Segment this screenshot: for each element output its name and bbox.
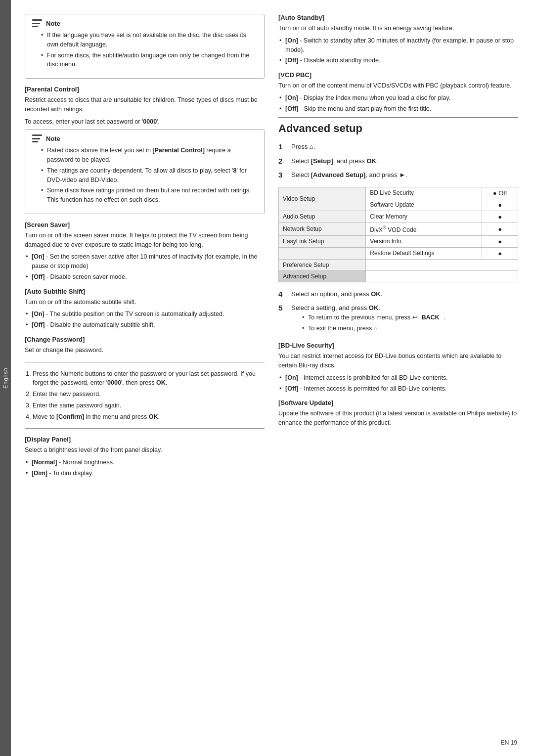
left-column: Note If the language you have set is not… — [25, 14, 265, 742]
step-item: 4 Select an option, and press OK. — [278, 289, 518, 300]
table-dot-cell: ● Off — [482, 187, 518, 199]
language-label: English — [2, 367, 8, 389]
step-item: 1 Press ⌂. — [278, 142, 518, 153]
vcd-pbc-body: Turn on or off the content menu of VCDs/… — [278, 81, 518, 90]
auto-subtitle-bullets: [On] - The subtitle position on the TV s… — [25, 310, 265, 330]
step-item: Enter the same password again. — [33, 401, 265, 410]
table-row: Preference Setup — [279, 259, 518, 270]
auto-standby-bullets: [On] - Switch to standby after 30 minute… — [278, 36, 518, 65]
bd-live-bullets: [On] - Internet access is prohibited for… — [278, 373, 518, 394]
note-title-2: Note — [46, 135, 60, 142]
table-left-cell-active: Advanced Setup — [279, 270, 366, 282]
screen-saver-heading: [Screen Saver] — [25, 221, 265, 228]
bullet-item: [Off] - Disable auto standby mode. — [278, 56, 518, 65]
note-item: Some discs have ratings printed on them … — [40, 186, 257, 205]
bullet-item: [On] - Internet access is prohibited for… — [278, 373, 518, 383]
auto-subtitle-heading: [Auto Subtitle Shift] — [25, 288, 265, 295]
parental-control-heading: [Parental Control] — [25, 86, 265, 93]
table-row: Restore Default Settings ● — [279, 247, 518, 259]
note-box-2: Note Rated discs above the level you set… — [25, 129, 265, 214]
step-item: Press the Numeric buttons to enter the p… — [33, 369, 265, 388]
note-box-1: Note If the language you have set is not… — [25, 14, 265, 79]
divider-2 — [25, 428, 265, 429]
bullet-item: [Off] - Skip the menu and start play fro… — [278, 104, 518, 114]
step-item: 5 Select a setting, and press OK. To ret… — [278, 303, 518, 336]
table-dot-cell: ● — [482, 247, 518, 259]
software-update-heading: [Software Update] — [278, 399, 518, 406]
advanced-steps-1-3: 1 Press ⌂. 2 Select [Setup], and press O… — [278, 142, 518, 181]
note-header-1: Note — [32, 19, 257, 27]
bullet-item: [On] - Display the index menu when you l… — [278, 93, 518, 103]
parental-control-body2: To access, enter your last set password … — [25, 117, 265, 127]
step5-sub-bullets: To return to the previous menu, press ↩ … — [291, 313, 518, 333]
note-title-1: Note — [46, 20, 60, 27]
note-item: Rated discs above the level you set in [… — [40, 146, 257, 165]
table-row: EasyLink Setup Version Info. ● — [279, 235, 518, 247]
page-number: EN 19 — [501, 739, 517, 746]
display-panel-body: Select a brightness level of the front p… — [25, 445, 265, 455]
vcd-pbc-bullets: [On] - Display the index menu when you l… — [278, 93, 518, 114]
bd-live-heading: [BD-Live Security] — [278, 342, 518, 349]
note-list-2: Rated discs above the level you set in [… — [32, 146, 257, 205]
side-label: English — [0, 0, 11, 756]
table-left-cell: Preference Setup — [279, 259, 366, 270]
auto-standby-heading: [Auto Standby] — [278, 14, 518, 21]
bullet-item: [On] - The subtitle position on the TV s… — [25, 310, 265, 319]
table-row: Video Setup BD Live Security ● Off — [279, 187, 518, 199]
bullet-item: [Off] - Internet access is permitted for… — [278, 384, 518, 394]
screen-saver-bullets: [On] - Set the screen saver active after… — [25, 252, 265, 281]
auto-standby-body: Turn on or off auto standby mode. It is … — [278, 24, 518, 33]
vcd-pbc-heading: [VCD PBC] — [278, 71, 518, 79]
software-update-body: Update the software of this product (if … — [278, 409, 518, 428]
page-number-text: EN 19 — [501, 739, 517, 746]
display-panel-bullets: [Normal] - Normal brightness. [Dim] - To… — [25, 458, 265, 478]
divider-1 — [25, 362, 265, 362]
table-right-cell: Restore Default Settings — [366, 247, 482, 259]
bullet-item: [Off] - Disable the automatically subtit… — [25, 320, 265, 330]
change-password-body: Set or change the password. — [25, 346, 265, 355]
table-dot-cell: ● — [482, 235, 518, 247]
note-item: For some discs, the subtitle/audio langu… — [40, 51, 257, 70]
screen-saver-body: Turn on or off the screen saver mode. It… — [25, 231, 265, 250]
bullet-item: [Dim] - To dim display. — [25, 469, 265, 478]
bullet-item: To return to the previous menu, press ↩ … — [301, 313, 518, 322]
password-steps: Press the Numeric buttons to enter the p… — [25, 369, 265, 422]
table-right-cell: DivX® VOD Code — [366, 222, 482, 235]
step-item: 2 Select [Setup], and press OK. — [278, 156, 518, 167]
auto-subtitle-body: Turn on or off the automatic subtitle sh… — [25, 298, 265, 307]
table-right-cell: BD Live Security — [366, 187, 482, 199]
table-left-cell — [279, 247, 366, 259]
table-right-cell: Clear Memory — [366, 211, 482, 222]
note-item: If the language you have set is not avai… — [40, 31, 257, 49]
change-password-heading: [Change Password] — [25, 336, 265, 343]
display-panel-heading: [Display Panel] — [25, 436, 265, 443]
table-right-cell: Version Info. — [366, 235, 482, 247]
table-left-cell: Network Setup — [279, 222, 366, 235]
parental-control-body1: Restrict access to discs that are unsuit… — [25, 95, 265, 114]
note-item: The ratings are country-dependent. To al… — [40, 166, 257, 185]
note-list-1: If the language you have set is not avai… — [32, 31, 257, 69]
step-item: 3 Select [Advanced Setup], and press ►. — [278, 170, 518, 181]
note-header-2: Note — [32, 134, 257, 142]
main-content: Note If the language you have set is not… — [11, 0, 534, 756]
table-right-cell — [366, 270, 518, 282]
bullet-item: [Normal] - Normal brightness. — [25, 458, 265, 467]
table-dot-cell: ● — [482, 222, 518, 235]
step-item: Move to [Confirm] in the menu and press … — [33, 412, 265, 422]
note-icon-1 — [32, 19, 42, 27]
table-left-cell: Video Setup — [279, 187, 366, 211]
note-icon-2 — [32, 134, 42, 142]
bullet-item: [On] - Set the screen saver active after… — [25, 252, 265, 271]
table-row: Audio Setup Clear Memory ● — [279, 211, 518, 222]
bullet-item: To exit the menu, press ⌂ . — [301, 324, 518, 333]
setup-table: Video Setup BD Live Security ● Off Softw… — [278, 187, 518, 282]
table-row: Network Setup DivX® VOD Code ● — [279, 222, 518, 235]
bullet-item: [On] - Switch to standby after 30 minute… — [278, 36, 518, 55]
table-left-cell: EasyLink Setup — [279, 235, 366, 247]
table-dot-cell: ● — [482, 199, 518, 211]
table-right-cell: Software Update — [366, 199, 482, 211]
advanced-setup-title: Advanced setup — [278, 117, 518, 135]
table-row active: Advanced Setup — [279, 270, 518, 282]
advanced-steps-4-5: 4 Select an option, and press OK. 5 Sele… — [278, 289, 518, 336]
table-dot-cell: ● — [482, 211, 518, 222]
